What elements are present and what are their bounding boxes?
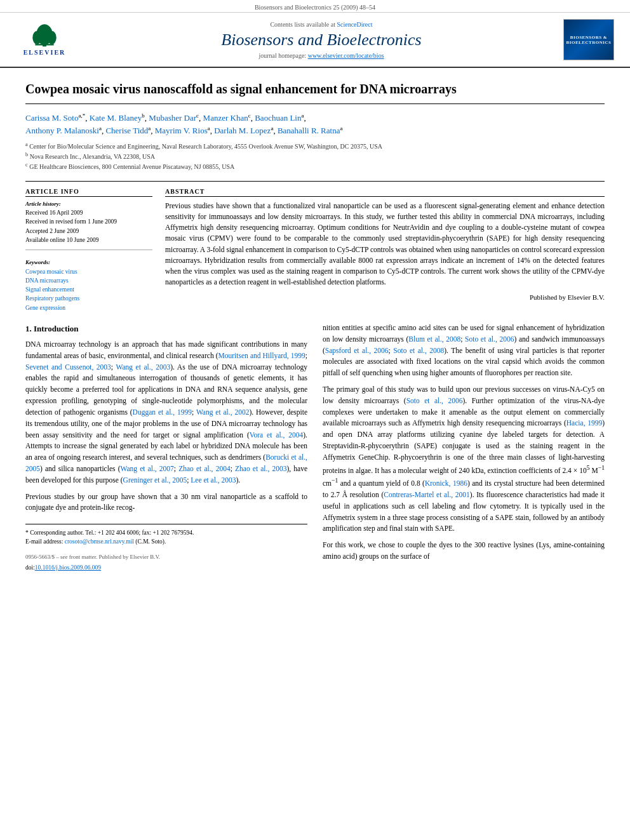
sciencedirect-link[interactable]: ScienceDirect xyxy=(337,21,372,28)
article-info-heading: ARTICLE INFO xyxy=(25,188,152,197)
ref-kronick[interactable]: Kronick, 1986 xyxy=(425,479,467,487)
author-10[interactable]: Banahalli R. Ratna xyxy=(278,126,340,135)
history-block: Article history: Received 16 April 2009 … xyxy=(25,199,152,245)
keywords-block: Keywords: Cowpea mosaic virus DNA microa… xyxy=(25,258,152,312)
affiliation-a: a Center for Bio/Molecular Science and E… xyxy=(25,141,605,151)
ref-soto2006b[interactable]: Soto et al., 2006 xyxy=(406,397,463,404)
keyword-1[interactable]: Cowpea mosaic virus xyxy=(25,269,77,275)
ref-lee[interactable]: Lee et al., 2003 xyxy=(191,476,236,484)
intro-para-4: The primary goal of this study was to bu… xyxy=(323,384,605,535)
publisher-logo-area: ELSEVIER xyxy=(13,19,83,60)
ref-soto2006[interactable]: Soto et al., 2006 xyxy=(465,335,514,343)
intro-para-1: DNA microarray technology is an approach… xyxy=(25,339,307,486)
intro-para-5: For this work, we chose to couple the dy… xyxy=(323,540,605,563)
intro-col-left: 1. Introduction DNA microarray technolog… xyxy=(25,323,307,578)
doi-line: doi:10.1016/j.bios.2009.06.009 xyxy=(25,563,307,573)
issn-line: 0956-5663/$ – see front matter. Publishe… xyxy=(25,553,307,579)
ref-hacia[interactable]: Hacia, 1999 xyxy=(566,419,602,427)
ref-contreras[interactable]: Contreras-Martel et al., 2001 xyxy=(384,491,470,498)
footnote-area: * Corresponding author. Tel.: +1 202 404… xyxy=(25,524,307,547)
svg-point-2 xyxy=(32,31,41,44)
keyword-4[interactable]: Respiratory pathogens xyxy=(25,295,79,302)
email-link[interactable]: crosoto@cbmse.nrl.navy.mil xyxy=(65,538,134,545)
ref-soto2008[interactable]: Soto et al., 2008 xyxy=(393,347,444,354)
abstract: ABSTRACT Previous studies have shown tha… xyxy=(165,188,605,301)
author-1[interactable]: Carissa M. Soto xyxy=(25,113,78,123)
svg-rect-4 xyxy=(35,44,53,45)
author-4[interactable]: Manzer Khan xyxy=(203,113,248,123)
ref-duggan[interactable]: Duggan et al., 1999 xyxy=(133,408,192,416)
affiliations: a Center for Bio/Molecular Science and E… xyxy=(25,141,605,172)
ref-zhao2004[interactable]: Zhao et al., 2004 xyxy=(178,465,230,472)
ref-wang2002[interactable]: Wang et al., 2002 xyxy=(196,408,250,416)
article-title: Cowpea mosaic virus nanoscaffold as sign… xyxy=(25,81,605,104)
published-line: Published by Elsevier B.V. xyxy=(165,293,605,301)
intro-para-2: Previous studies by our group have shown… xyxy=(25,491,307,514)
author-2[interactable]: Kate M. Blaney xyxy=(90,113,142,123)
citation-text: Biosensors and Bioelectronics 25 (2009) … xyxy=(255,4,375,11)
email-note: E-mail address: crosoto@cbmse.nrl.navy.m… xyxy=(25,537,307,546)
journal-name: Biosensors and Bioelectronics xyxy=(221,30,421,50)
ref-zhao2003[interactable]: Zhao et al., 2003 xyxy=(235,465,286,472)
journal-title-area: Contents lists available at ScienceDirec… xyxy=(89,19,554,60)
elsevier-tree-icon xyxy=(25,23,64,48)
author-9[interactable]: Darlah M. Lopez xyxy=(214,126,271,135)
authors-line: Carissa M. Sotoa,*, Kate M. Blaneyb, Mub… xyxy=(25,112,605,137)
abstract-col: ABSTRACT Previous studies have shown tha… xyxy=(165,188,605,312)
page: Biosensors and Bioelectronics 25 (2009) … xyxy=(0,0,630,840)
keyword-2[interactable]: DNA microarrays xyxy=(25,277,69,284)
ref-greninger[interactable]: Greninger et al., 2005 xyxy=(123,476,187,484)
journal-header: ELSEVIER Contents lists available at Sci… xyxy=(0,13,630,68)
article-history: ARTICLE INFO Article history: Received 1… xyxy=(25,188,152,251)
keyword-5[interactable]: Gene expression xyxy=(25,305,65,311)
abstract-heading: ABSTRACT xyxy=(165,188,605,197)
ref-vora[interactable]: Vora et al., 2004 xyxy=(250,431,304,439)
elsevier-logo: ELSEVIER xyxy=(13,22,76,57)
ref-blum[interactable]: Blum et al., 2008 xyxy=(408,335,460,343)
svg-point-3 xyxy=(48,31,57,44)
doi-link[interactable]: 10.1016/j.bios.2009.06.009 xyxy=(35,564,101,571)
corresponding-note: * Corresponding author. Tel.: +1 202 404… xyxy=(25,528,307,537)
intro-heading: 1. Introduction xyxy=(25,323,307,335)
sciencedirect-line: Contents lists available at ScienceDirec… xyxy=(270,21,372,28)
keyword-3[interactable]: Signal enhancement xyxy=(25,286,74,293)
intro-para-3: nition entities at specific amino acid s… xyxy=(323,323,605,379)
journal-homepage: journal homepage: www.elsevier.com/locat… xyxy=(258,52,384,59)
journal-cover-image: BIOSENSORS & BIOELECTRONICS xyxy=(563,19,614,60)
author-3[interactable]: Mubasher Dar xyxy=(149,113,196,123)
author-6[interactable]: Anthony P. Malanoski xyxy=(25,126,99,135)
author-5[interactable]: Baochuan Lin xyxy=(255,113,301,123)
journal-cover-area: BIOSENSORS & BIOELECTRONICS xyxy=(560,19,617,60)
introduction-two-col: 1. Introduction DNA microarray technolog… xyxy=(25,323,605,578)
article-content: Cowpea mosaic virus nanoscaffold as sign… xyxy=(0,68,630,591)
body-section: 1. Introduction DNA microarray technolog… xyxy=(25,323,605,578)
author-8[interactable]: Mayrim V. Rios xyxy=(155,126,208,135)
intro-col-right: nition entities at specific amino acid s… xyxy=(323,323,605,578)
author-7[interactable]: Cherise Tidd xyxy=(105,126,148,135)
affiliation-c: c GE Healthcare Biosciences, 800 Centenn… xyxy=(25,161,605,171)
journal-url[interactable]: www.elsevier.com/locate/bios xyxy=(308,52,384,59)
article-info-col: ARTICLE INFO Article history: Received 1… xyxy=(25,188,152,312)
ref-mouritsen[interactable]: Mouritsen and Hillyard, 1999 xyxy=(218,352,305,359)
elsevier-text: ELSEVIER xyxy=(23,49,66,56)
journal-citation: Biosensors and Bioelectronics 25 (2009) … xyxy=(0,0,630,13)
info-abstract-section: ARTICLE INFO Article history: Received 1… xyxy=(25,181,605,312)
affiliation-b: b Nova Research Inc., Alexandria, VA 223… xyxy=(25,151,605,161)
ref-wang2007[interactable]: Wang et al., 2007 xyxy=(120,465,173,472)
ref-sevenet[interactable]: Sevenet and Cussenot, 2003 xyxy=(25,363,111,371)
abstract-text: Previous studies have shown that a funct… xyxy=(165,201,605,288)
ref-wang2003[interactable]: Wang et al., 2003 xyxy=(116,363,170,371)
ref-sapsford[interactable]: Sapsford et al., 2006 xyxy=(325,347,389,354)
